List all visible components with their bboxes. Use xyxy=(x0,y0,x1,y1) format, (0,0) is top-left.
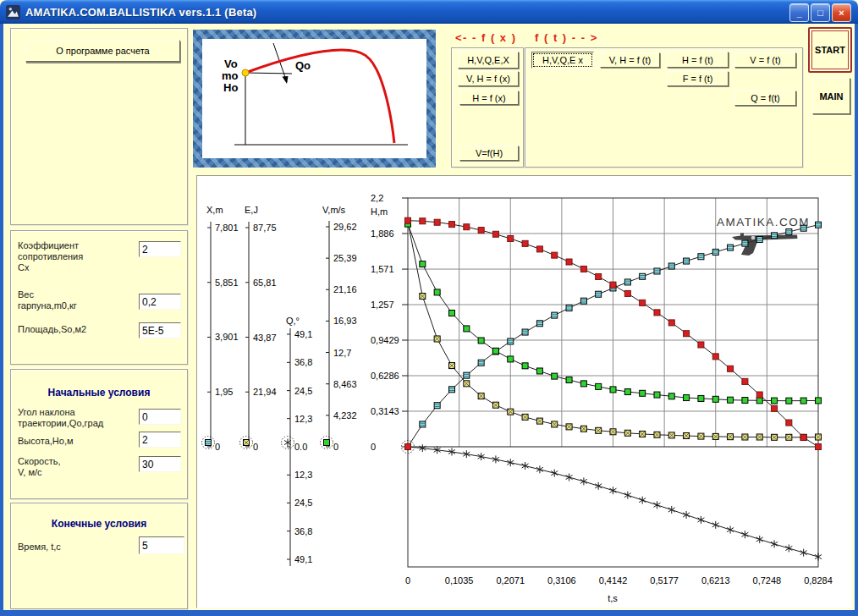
svg-text:36,8: 36,8 xyxy=(294,357,312,367)
ft-vh-button[interactable]: V, H = f (t) xyxy=(600,52,660,68)
minimize-button[interactable]: _ xyxy=(789,3,809,22)
ft-hvqex-button-active[interactable]: H,V,Q,E x xyxy=(531,52,594,69)
diagram-vo-label: Vo xyxy=(224,58,238,70)
trajectory-picture-frame: Vo mo Ho Qo xyxy=(193,30,436,168)
svg-text:0,5177: 0,5177 xyxy=(650,575,679,586)
fx-hvqex-button[interactable]: H,V,Q,E,X xyxy=(458,52,519,69)
diagram-qo-label: Qo xyxy=(295,59,311,72)
svg-text:0,8284: 0,8284 xyxy=(804,575,833,586)
svg-text:21,94: 21,94 xyxy=(253,387,277,397)
main-button[interactable]: MAIN xyxy=(812,78,850,114)
trajectory-curve xyxy=(245,50,394,143)
title-bar: AMATIKA.COM.BALLISTIKA vers.1.1 (Beta) _… xyxy=(0,0,858,24)
app-icon xyxy=(6,5,20,19)
series-line-Q xyxy=(408,447,818,557)
svg-text:0,6213: 0,6213 xyxy=(701,575,730,586)
svg-text:1,571: 1,571 xyxy=(371,264,394,274)
ft-q-button[interactable]: Q = f(t) xyxy=(734,91,796,106)
maximize-button[interactable]: □ xyxy=(811,3,830,22)
svg-text:25,39: 25,39 xyxy=(333,253,357,263)
svg-text:0,3143: 0,3143 xyxy=(371,406,399,416)
cx-input[interactable] xyxy=(139,241,181,257)
fx-h-button[interactable]: H = f (x) xyxy=(459,91,519,105)
time-input[interactable] xyxy=(139,536,184,554)
diagram-ho-label: Ho xyxy=(223,81,238,94)
fx-panel: H,V,Q,E,X V, H = f (x) H = f (x) V=f(H) xyxy=(451,47,524,168)
svg-text:5,851: 5,851 xyxy=(215,278,239,288)
height-label: Высота,Но,м xyxy=(18,436,128,447)
initial-conditions-panel: Начальные условия Угол наклона траектори… xyxy=(10,369,188,499)
ft-h-button[interactable]: H = f (t) xyxy=(667,52,729,68)
svg-text:2,2: 2,2 xyxy=(371,193,383,203)
svg-text:0,7248: 0,7248 xyxy=(753,575,782,586)
fx-vfh-button[interactable]: V=f(H) xyxy=(459,146,519,161)
svg-text:7,801: 7,801 xyxy=(215,223,239,233)
final-conditions-panel: Конечные условия Время, t,c xyxy=(10,503,188,609)
angle-label: Угол наклона траектории,Qo,град xyxy=(18,407,136,429)
final-conditions-title: Конечные условия xyxy=(11,518,187,530)
svg-text:24,5: 24,5 xyxy=(294,498,312,508)
ft-f-button[interactable]: F = f (t) xyxy=(667,71,729,86)
close-button[interactable]: × xyxy=(832,3,851,22)
diagram-mo-label: mo xyxy=(222,69,239,82)
svg-text:0,6286: 0,6286 xyxy=(371,371,399,381)
svg-text:X,m: X,m xyxy=(206,205,223,215)
speed-input[interactable] xyxy=(139,456,181,472)
window-border-bottom xyxy=(0,610,858,616)
svg-text:0,3106: 0,3106 xyxy=(547,575,576,586)
svg-text:3,901: 3,901 xyxy=(215,332,239,342)
time-label: Время, t,c xyxy=(18,542,119,553)
about-button[interactable]: О программе расчета xyxy=(25,40,180,62)
ft-panel: H,V,Q,E x V, H = f (t) H = f (t) V = f (… xyxy=(525,47,803,168)
ft-group-title: f ( t ) - - > xyxy=(535,31,598,44)
svg-text:0: 0 xyxy=(405,575,410,586)
svg-text:4,232: 4,232 xyxy=(333,410,357,421)
ballistika-app-window: { "window": { "title": "AMATIKA.COM.BALL… xyxy=(0,0,858,616)
svg-text:0,1035: 0,1035 xyxy=(445,575,474,586)
area-label: Площадь,So,м2 xyxy=(18,324,128,335)
svg-text:24,5: 24,5 xyxy=(294,386,312,396)
svg-text:87,75: 87,75 xyxy=(253,223,277,233)
trajectory-picture: Vo mo Ho Qo xyxy=(202,39,426,158)
svg-text:Q,°: Q,° xyxy=(286,316,300,326)
ballistics-chart-svg: 2,21,8861,5711,2570,94290,62860,31430H,m… xyxy=(197,176,850,606)
svg-text:H,m: H,m xyxy=(371,206,388,217)
svg-text:0: 0 xyxy=(371,442,376,452)
svg-text:0: 0 xyxy=(215,442,220,452)
mass-input[interactable] xyxy=(139,294,181,310)
svg-text:0.0: 0.0 xyxy=(294,442,307,452)
fx-group-title: <- - f ( x ) xyxy=(455,31,517,44)
start-button[interactable]: START xyxy=(808,27,852,73)
svg-text:1,95: 1,95 xyxy=(215,387,233,397)
svg-text:49,1: 49,1 xyxy=(294,329,312,339)
svg-text:43,87: 43,87 xyxy=(253,333,277,343)
svg-text:V,m/s: V,m/s xyxy=(322,205,346,215)
svg-text:E,J: E,J xyxy=(245,205,258,215)
svg-text:8,463: 8,463 xyxy=(333,379,357,389)
svg-text:1,257: 1,257 xyxy=(371,300,394,310)
svg-text:0: 0 xyxy=(253,442,258,452)
initial-conditions-title: Начальные условия xyxy=(11,387,187,399)
svg-text:12,3: 12,3 xyxy=(294,470,312,480)
ft-v-button[interactable]: V = f (t) xyxy=(734,52,796,68)
svg-text:21,16: 21,16 xyxy=(333,284,357,294)
window-border-right xyxy=(855,24,858,611)
mass-label: Вес гарпуна,m0,кг xyxy=(18,289,119,311)
launch-point xyxy=(242,69,249,76)
svg-text:t,s: t,s xyxy=(608,593,618,603)
trajectory-diagram-svg: Vo mo Ho Qo xyxy=(202,39,425,157)
area-input[interactable] xyxy=(139,322,181,338)
fx-vh-button[interactable]: V, H = f (x) xyxy=(458,71,519,86)
svg-text:49,1: 49,1 xyxy=(294,554,312,564)
svg-text:36,8: 36,8 xyxy=(294,526,312,536)
height-input[interactable] xyxy=(139,432,181,448)
svg-text:AMATIKA.COM: AMATIKA.COM xyxy=(717,216,810,228)
angle-input[interactable] xyxy=(139,409,181,425)
svg-text:12,3: 12,3 xyxy=(294,414,312,424)
window-title: AMATIKA.COM.BALLISTIKA vers.1.1 (Beta) xyxy=(25,6,256,19)
params-panel: Коэффициент сопротивления Сх Вес гарпуна… xyxy=(10,230,188,365)
chart-panel: 2,21,8861,5711,2570,94290,62860,31430H,m… xyxy=(196,175,852,608)
svg-text:16,93: 16,93 xyxy=(333,316,357,326)
cx-label: Коэффициент сопротивления Сх xyxy=(18,240,119,273)
svg-text:0,4142: 0,4142 xyxy=(599,575,628,586)
